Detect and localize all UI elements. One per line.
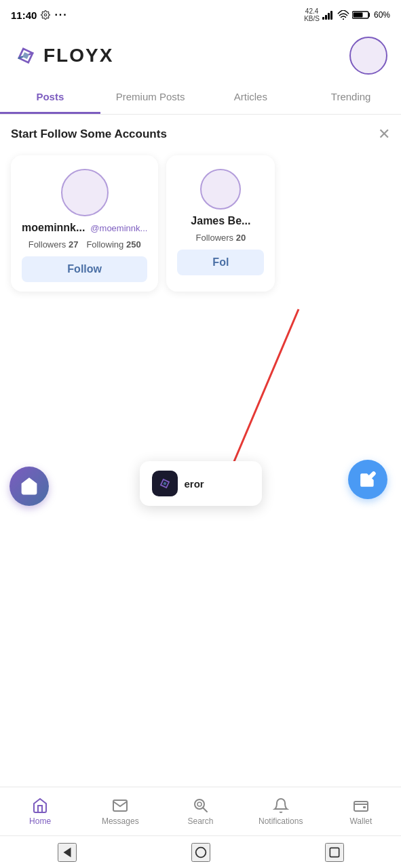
svg-line-13 bbox=[203, 808, 207, 812]
tab-articles[interactable]: Articles bbox=[201, 81, 301, 114]
android-nav bbox=[0, 835, 401, 868]
search-nav-icon bbox=[193, 797, 209, 814]
tab-trending[interactable]: Trending bbox=[301, 81, 401, 114]
nav-label-search: Search bbox=[187, 816, 213, 826]
nav-item-search[interactable]: Search bbox=[160, 795, 240, 829]
status-bar: 11:40 ··· 42.4 KB/S 60% bbox=[0, 0, 401, 30]
more-dots: ··· bbox=[54, 9, 67, 21]
card-avatar-1 bbox=[61, 169, 109, 216]
logo-icon bbox=[14, 43, 38, 68]
suggestion-card-2: James Be... Followers 20 Fol bbox=[166, 155, 275, 292]
nav-item-home[interactable]: Home bbox=[0, 795, 80, 829]
error-app-icon bbox=[152, 471, 178, 496]
tab-posts[interactable]: Posts bbox=[0, 81, 100, 114]
follow-banner: Start Follow Some Accounts ✕ bbox=[0, 115, 401, 149]
notifications-nav-icon bbox=[273, 797, 289, 814]
svg-point-12 bbox=[197, 802, 202, 806]
card-name-2: James Be... bbox=[191, 215, 250, 227]
arrow-area: eror bbox=[0, 302, 401, 519]
card-stats-1: Followers 27 Following 250 bbox=[28, 239, 141, 250]
nav-label-messages: Messages bbox=[102, 816, 139, 826]
error-text: eror bbox=[185, 478, 204, 490]
main-content: Start Follow Some Accounts ✕ moeminnk...… bbox=[0, 115, 401, 608]
signal-icon bbox=[322, 10, 335, 20]
nav-label-home: Home bbox=[29, 816, 51, 826]
nav-item-messages[interactable]: Messages bbox=[80, 795, 160, 829]
svg-rect-18 bbox=[330, 848, 339, 856]
nav-item-notifications[interactable]: Notifications bbox=[241, 795, 321, 829]
android-recents-button[interactable] bbox=[325, 843, 344, 862]
close-banner-button[interactable]: ✕ bbox=[378, 125, 390, 143]
status-indicators: 42.4 KB/S 60% bbox=[304, 7, 390, 22]
gear-icon bbox=[41, 10, 50, 20]
svg-line-9 bbox=[224, 309, 299, 486]
card-name-1: moeminnk... bbox=[22, 222, 85, 234]
follow-button-1[interactable]: Follow bbox=[22, 256, 147, 282]
svg-rect-15 bbox=[363, 806, 366, 808]
home-icon bbox=[20, 477, 39, 496]
nav-label-wallet: Wallet bbox=[349, 816, 372, 826]
card-handle-1: @moeminnk... bbox=[90, 223, 147, 233]
svg-rect-1 bbox=[322, 17, 324, 20]
home-fab[interactable] bbox=[9, 467, 49, 506]
follow-button-2[interactable]: Fol bbox=[177, 250, 264, 275]
svg-point-0 bbox=[45, 14, 47, 16]
recents-icon bbox=[328, 846, 341, 859]
svg-rect-4 bbox=[330, 11, 332, 20]
back-icon bbox=[60, 845, 75, 860]
tab-premium-posts[interactable]: Premium Posts bbox=[100, 81, 201, 114]
card-stats-2: Followers 20 bbox=[196, 233, 246, 243]
svg-rect-2 bbox=[325, 15, 327, 20]
logo-text: FLOYX bbox=[43, 45, 113, 66]
bottom-nav: Home Messages Search Notifications Wal bbox=[0, 787, 401, 835]
svg-point-5 bbox=[343, 18, 344, 20]
svg-marker-16 bbox=[63, 847, 71, 857]
android-home-icon bbox=[193, 845, 208, 860]
wifi-icon bbox=[337, 10, 349, 20]
app-header: FLOYX bbox=[0, 30, 401, 81]
nav-tabs: Posts Premium Posts Articles Trending bbox=[0, 81, 401, 115]
svg-rect-14 bbox=[354, 802, 368, 811]
edit-icon bbox=[359, 471, 377, 488]
suggestions-row: moeminnk... @moeminnk... Followers 27 Fo… bbox=[0, 149, 401, 302]
suggestion-card-1: moeminnk... @moeminnk... Followers 27 Fo… bbox=[11, 155, 158, 292]
messages-nav-icon bbox=[112, 797, 128, 814]
follow-banner-title: Start Follow Some Accounts bbox=[11, 127, 167, 141]
svg-rect-7 bbox=[353, 13, 362, 18]
error-popup: eror bbox=[140, 461, 262, 506]
nav-label-notifications: Notifications bbox=[259, 816, 303, 826]
status-time: 11:40 ··· bbox=[11, 9, 68, 21]
svg-point-17 bbox=[195, 847, 206, 857]
logo: FLOYX bbox=[14, 43, 113, 68]
home-nav-icon bbox=[32, 797, 48, 814]
wallet-nav-icon bbox=[353, 797, 369, 814]
user-avatar[interactable] bbox=[349, 37, 387, 75]
nav-item-wallet[interactable]: Wallet bbox=[321, 795, 401, 829]
battery-icon bbox=[352, 10, 371, 20]
svg-rect-3 bbox=[328, 13, 330, 20]
android-home-button[interactable] bbox=[191, 843, 210, 862]
card-avatar-2 bbox=[200, 169, 241, 210]
floyx-mini-icon bbox=[157, 476, 172, 491]
fab-edit-button[interactable] bbox=[348, 460, 387, 499]
android-back-button[interactable] bbox=[58, 843, 77, 862]
